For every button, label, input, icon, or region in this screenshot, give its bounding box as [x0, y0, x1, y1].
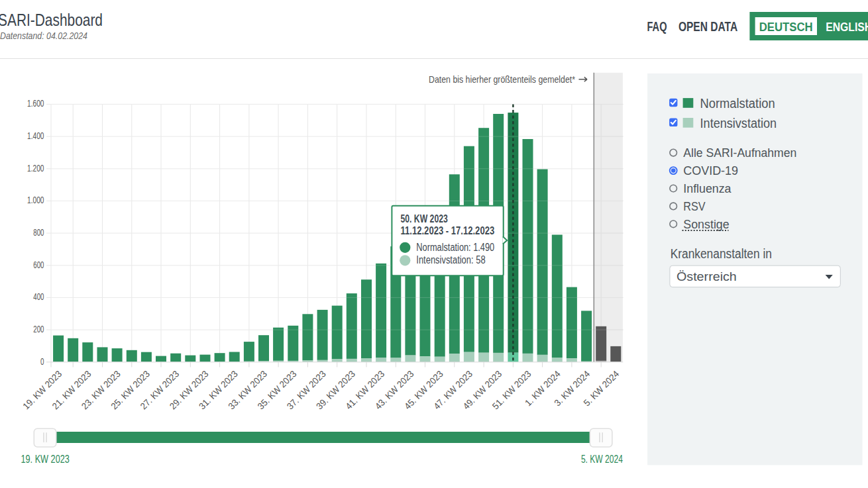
svg-text:Datenstand: 04.02.2024: Datenstand: 04.02.2024 [0, 30, 87, 41]
svg-text:Normalstation: Normalstation [700, 96, 775, 111]
svg-text:400: 400 [33, 291, 44, 302]
svg-text:FAQ: FAQ [647, 19, 667, 34]
svg-text:1.200: 1.200 [27, 163, 44, 173]
svg-text:RSV: RSV [683, 200, 705, 213]
svg-text:Daten bis hierher größtenteils: Daten bis hierher größtenteils gemeldet* [429, 73, 575, 85]
svg-text:Intensivstation: 58: Intensivstation: 58 [416, 254, 485, 266]
svg-text:OPEN DATA: OPEN DATA [678, 19, 737, 34]
svg-text:50. KW 2023: 50. KW 2023 [401, 213, 448, 224]
svg-text:Krankenanstalten in: Krankenanstalten in [671, 246, 772, 261]
svg-text:SARI-Dashboard: SARI-Dashboard [0, 10, 103, 30]
svg-text:ENGLISH: ENGLISH [826, 20, 868, 34]
svg-text:200: 200 [33, 324, 44, 334]
svg-text:Intensivstation: Intensivstation [700, 116, 777, 130]
svg-text:0: 0 [40, 356, 44, 367]
svg-text:1.400: 1.400 [27, 130, 44, 141]
svg-text:DEUTSCH: DEUTSCH [759, 20, 813, 34]
svg-text:1.600: 1.600 [27, 98, 44, 109]
svg-text:Influenza: Influenza [683, 182, 732, 195]
svg-text:19. KW 2023: 19. KW 2023 [21, 454, 70, 465]
svg-text:600: 600 [33, 260, 44, 270]
svg-text:Österreich: Österreich [677, 269, 737, 283]
svg-text:Normalstation: 1.490: Normalstation: 1.490 [416, 242, 494, 253]
svg-text:5. KW 2024: 5. KW 2024 [581, 454, 623, 465]
svg-text:11.12.2023 - 17.12.2023: 11.12.2023 - 17.12.2023 [401, 225, 495, 236]
svg-text:800: 800 [33, 227, 44, 238]
svg-text:Sonstige: Sonstige [683, 218, 729, 231]
svg-text:1.000: 1.000 [27, 195, 44, 205]
svg-text:Alle SARI-Aufnahmen: Alle SARI-Aufnahmen [683, 146, 796, 160]
svg-text:COVID-19: COVID-19 [683, 164, 738, 177]
